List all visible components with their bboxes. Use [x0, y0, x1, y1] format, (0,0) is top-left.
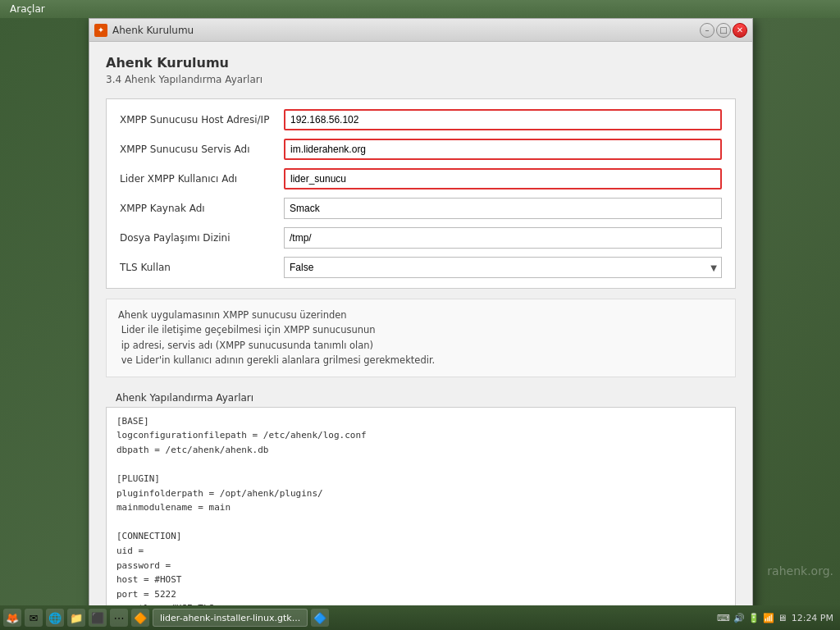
config-outer: [BASE] logconfigurationfilepath = /etc/a…: [106, 407, 736, 614]
taskbar-icon-vlc[interactable]: 🔶: [131, 609, 149, 627]
label-username: Lider XMPP Kullanıcı Adı: [120, 173, 284, 185]
taskbar-tray: ⌨ 🔊 🔋 📶 🖥: [717, 613, 787, 623]
tray-volume-icon[interactable]: 🔊: [733, 613, 745, 623]
taskbar-icon-term[interactable]: ⬛: [89, 609, 107, 627]
dialog-icon: ✦: [94, 24, 107, 37]
form-row-tls: TLS Kullan False True ▼: [120, 257, 722, 278]
taskbar-window-button[interactable]: lider-ahenk-installer-linux.gtk...: [153, 609, 308, 627]
dialog-titlebar: ✦ Ahenk Kurulumu – □ ✕: [89, 19, 752, 42]
input-username[interactable]: [284, 168, 722, 189]
dialog-heading: Ahenk Kurulumu: [106, 55, 736, 71]
input-resource[interactable]: [284, 198, 722, 219]
top-menubar: Araçlar: [0, 0, 840, 18]
taskbar-left: 🦊 ✉ 🌐 📁 ⬛ ⋯ 🔶 lider-ahenk-installer-linu…: [0, 609, 332, 627]
input-service[interactable]: [284, 139, 722, 160]
select-tls[interactable]: False True: [284, 257, 722, 278]
form-row-service: XMPP Sunucusu Servis Adı: [120, 139, 722, 160]
taskbar-icon-files[interactable]: 📁: [67, 609, 85, 627]
close-button[interactable]: ✕: [733, 23, 747, 38]
minimize-button[interactable]: –: [700, 23, 714, 38]
titlebar-buttons: – □ ✕: [700, 23, 747, 38]
desktop-watermark: rahenk.org.: [760, 561, 840, 581]
config-content[interactable]: [BASE] logconfigurationfilepath = /etc/a…: [107, 408, 735, 613]
maximize-button[interactable]: □: [716, 23, 731, 38]
input-host[interactable]: [284, 109, 722, 130]
form-section: XMPP Sunucusu Host Adresi/IP XMPP Sunucu…: [106, 98, 736, 289]
tray-monitor-icon[interactable]: 🖥: [778, 613, 787, 623]
input-filedir[interactable]: [284, 227, 722, 249]
menubar-tools[interactable]: Araçlar: [3, 3, 52, 15]
label-filedir: Dosya Paylaşımı Dizini: [120, 232, 284, 244]
dialog-window: ✦ Ahenk Kurulumu – □ ✕ Ahenk Kurulumu 3.…: [89, 18, 753, 630]
dialog-subheading: 3.4 Ahenk Yapılandırma Ayarları: [106, 74, 736, 85]
tray-battery-icon[interactable]: 🔋: [748, 613, 760, 623]
config-section: Ahenk Yapılandırma Ayarları [BASE] logco…: [106, 387, 736, 614]
form-row-username: Lider XMPP Kullanıcı Adı: [120, 168, 722, 189]
taskbar-icon-email[interactable]: ✉: [25, 609, 43, 627]
dialog-title: Ahenk Kurulumu: [112, 25, 700, 36]
form-row-host: XMPP Sunucusu Host Adresi/IP: [120, 109, 722, 130]
config-label: Ahenk Yapılandırma Ayarları: [106, 387, 736, 407]
tray-network-icon[interactable]: 📶: [763, 613, 774, 623]
label-resource: XMPP Kaynak Adı: [120, 203, 284, 214]
taskbar-clock: 12:24 PM: [792, 613, 833, 623]
taskbar-icon-globe[interactable]: 🌐: [46, 609, 64, 627]
dialog-content: Ahenk Kurulumu 3.4 Ahenk Yapılandırma Ay…: [89, 42, 752, 630]
tray-keyboard-icon: ⌨: [717, 613, 730, 623]
taskbar-icon-ahenk[interactable]: 🔷: [311, 609, 329, 627]
taskbar-right: ⌨ 🔊 🔋 📶 🖥 12:24 PM: [710, 613, 840, 623]
taskbar-icon-firefox[interactable]: 🦊: [3, 609, 21, 627]
desktop: Araçlar ✦ Ahenk Kurulumu – □ ✕ Ahenk Kur…: [0, 0, 840, 630]
label-service: XMPP Sunucusu Servis Adı: [120, 144, 284, 155]
info-section: Ahenk uygulamasının XMPP sunucusu üzerin…: [106, 299, 736, 377]
taskbar-icon-dots[interactable]: ⋯: [110, 609, 128, 627]
info-text: Ahenk uygulamasının XMPP sunucusu üzerin…: [118, 308, 724, 368]
form-row-filedir: Dosya Paylaşımı Dizini: [120, 227, 722, 249]
form-row-resource: XMPP Kaynak Adı: [120, 198, 722, 219]
select-wrapper-tls: False True ▼: [284, 257, 722, 278]
taskbar: 🦊 ✉ 🌐 📁 ⬛ ⋯ 🔶 lider-ahenk-installer-linu…: [0, 605, 840, 630]
label-host: XMPP Sunucusu Host Adresi/IP: [120, 114, 284, 126]
label-tls: TLS Kullan: [120, 262, 284, 273]
